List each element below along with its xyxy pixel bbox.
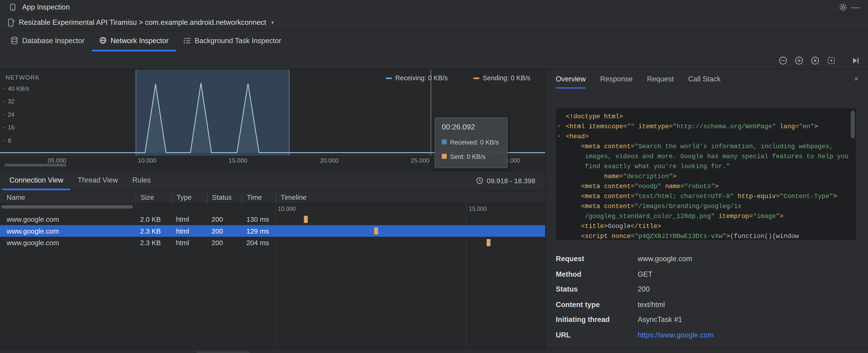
x-axis-tick: 20.000 bbox=[320, 157, 339, 164]
tab-label: Database Inspector bbox=[22, 36, 85, 44]
tool-window-button-problems[interactable]: Problems bbox=[119, 351, 157, 353]
table-row-selected[interactable]: www.google.com 2.3 KB html 200 129 ms bbox=[0, 225, 545, 237]
column-header-time[interactable]: Time bbox=[242, 191, 276, 204]
tab-connection-view[interactable]: Connection View bbox=[2, 171, 70, 190]
table-horizontal-scrollbar[interactable] bbox=[1, 205, 133, 208]
tool-window-button-todo[interactable]: TODO bbox=[87, 351, 117, 353]
detail-row-status: Status 200 bbox=[556, 282, 857, 297]
tool-window-button-services[interactable]: Services bbox=[354, 351, 390, 353]
tab-background-task-inspector[interactable]: Background Task Inspector bbox=[176, 31, 288, 52]
tab-label: Background Task Inspector bbox=[194, 36, 281, 44]
zoom-out-icon[interactable] bbox=[777, 55, 788, 67]
y-axis-tick: 24 bbox=[3, 111, 14, 118]
x-axis-tick: 15.000 bbox=[228, 157, 247, 164]
task-list-icon bbox=[183, 37, 190, 44]
connections-table-body: www.google.com 2.0 KB html 200 130 ms ww… bbox=[0, 214, 545, 248]
inspector-tab-bar: Database Inspector Network Inspector Bac… bbox=[0, 31, 868, 52]
chart-horizontal-scrollbar[interactable] bbox=[4, 164, 66, 166]
code-line: images, videos and more. Google has many… bbox=[566, 152, 848, 162]
cell-size: 2.3 KB bbox=[135, 225, 172, 237]
go-live-skip-end-icon[interactable] bbox=[849, 55, 861, 67]
tool-window-button-app-quality-insights[interactable]: App Quality Insights bbox=[284, 351, 352, 353]
tab-request[interactable]: Request bbox=[647, 70, 674, 89]
table-row[interactable]: www.google.com 2.3 KB html 200 204 ms bbox=[0, 237, 545, 248]
database-icon bbox=[10, 36, 18, 44]
legend-sending-label: Sending: 0 KB/s bbox=[483, 74, 530, 82]
tab-call-stack[interactable]: Call Stack bbox=[688, 70, 721, 89]
cell-status: 200 bbox=[207, 237, 242, 248]
url-link[interactable]: https://www.google.com bbox=[638, 331, 714, 339]
detail-label: URL bbox=[556, 331, 638, 339]
network-timeline-chart[interactable]: NETWORK Receiving: 0 KB/s Sending: 0 KB/… bbox=[0, 70, 545, 167]
tooltip-received: Received: 0 KB/s bbox=[450, 138, 499, 145]
code-line: /googleg_standard_color_128dp.png" itemp… bbox=[566, 211, 848, 221]
cell-name: www.google.com bbox=[0, 225, 135, 237]
table-row[interactable]: www.google.com 2.0 KB html 200 130 ms bbox=[0, 214, 545, 225]
process-selector-bar[interactable]: Resizable Experimental API Tiramisu > co… bbox=[0, 14, 868, 31]
chevron-down-icon[interactable]: ▾ bbox=[271, 19, 274, 25]
device-phone-icon bbox=[7, 18, 15, 27]
tool-window-button-run[interactable]: Run bbox=[62, 351, 85, 353]
title-bar: App Inspection — bbox=[0, 0, 868, 14]
sent-swatch bbox=[442, 154, 446, 159]
detail-value: text/html bbox=[638, 300, 665, 309]
code-line: <head> bbox=[566, 132, 848, 142]
detail-label: Method bbox=[556, 270, 638, 278]
settings-gear-icon[interactable] bbox=[837, 1, 849, 13]
reset-zoom-icon[interactable] bbox=[809, 55, 821, 67]
tool-window-button-logcat[interactable]: Logcat bbox=[252, 351, 282, 353]
network-pane: NETWORK Receiving: 0 KB/s Sending: 0 KB/… bbox=[0, 70, 545, 349]
close-icon[interactable]: × bbox=[851, 73, 861, 84]
zoom-to-selection-icon[interactable] bbox=[825, 55, 837, 67]
cell-time: 130 ms bbox=[242, 214, 276, 225]
zoom-in-icon[interactable] bbox=[793, 55, 805, 67]
response-preview-editor[interactable]: ▾ ▾ <!doctype html><html itemscope="" it… bbox=[556, 108, 856, 240]
y-axis-tick: 8 bbox=[3, 137, 11, 144]
cell-size: 2.3 KB bbox=[135, 237, 172, 248]
tool-window-button-device-explorer[interactable]: Device Explorer bbox=[420, 351, 475, 353]
detail-row-request: Request www.google.com bbox=[556, 251, 857, 266]
column-header-status[interactable]: Status bbox=[207, 191, 242, 204]
column-header-timeline[interactable]: Timeline bbox=[276, 191, 546, 204]
minimize-icon[interactable]: — bbox=[849, 1, 861, 13]
tab-network-inspector[interactable]: Network Inspector bbox=[92, 31, 176, 52]
legend-sending: Sending: 0 KB/s bbox=[473, 74, 530, 82]
detail-value: AsyncTask #1 bbox=[638, 315, 682, 324]
fold-icon[interactable]: ▾ bbox=[557, 132, 560, 142]
x-axis-tick: 10.000 bbox=[138, 157, 156, 164]
tool-window-button-build[interactable]: Build bbox=[392, 351, 417, 353]
column-header-type[interactable]: Type bbox=[172, 191, 207, 204]
tool-window-button-version-control[interactable]: Version Control bbox=[6, 351, 60, 353]
tab-thread-view[interactable]: Thread View bbox=[70, 171, 125, 190]
timeline-activity-tick bbox=[487, 239, 491, 246]
cell-type: html bbox=[172, 237, 207, 248]
connection-detail-panel: Overview Response Request Call Stack × ▾… bbox=[545, 70, 868, 349]
code-line: <html itemscope="" itemtype="http://sche… bbox=[566, 122, 848, 132]
code-line: <title>Google</title> bbox=[566, 221, 848, 231]
tab-database-inspector[interactable]: Database Inspector bbox=[3, 31, 92, 52]
detail-label: Content type bbox=[556, 300, 638, 309]
received-swatch bbox=[442, 139, 446, 144]
tool-window-button-app-inspection[interactable]: App Inspection bbox=[196, 351, 249, 353]
detail-row-url: URL https://www.google.com bbox=[556, 327, 857, 343]
sending-swatch bbox=[473, 77, 479, 79]
cell-status: 200 bbox=[207, 225, 242, 237]
tab-rules[interactable]: Rules bbox=[125, 171, 158, 190]
cell-type: html bbox=[172, 225, 207, 237]
fold-icon[interactable]: ▾ bbox=[557, 122, 560, 132]
tab-response[interactable]: Response bbox=[600, 70, 633, 89]
column-header-name[interactable]: Name bbox=[0, 191, 135, 204]
code-line: <meta content="Search the world's inform… bbox=[566, 142, 848, 152]
chart-title: NETWORK bbox=[6, 74, 40, 81]
editor-scrollbar[interactable] bbox=[851, 110, 855, 138]
tool-window-button-terminal[interactable]: Terminal bbox=[159, 351, 194, 353]
ruler-label: 10.000 bbox=[278, 205, 296, 212]
tooltip-sent: Sent: 0 KB/s bbox=[450, 153, 486, 160]
bottom-bar: Version ControlRunTODOProblemsTerminalAp… bbox=[0, 349, 868, 353]
tab-overview[interactable]: Overview bbox=[556, 70, 586, 89]
chart-tooltip: 00:26.092 Received: 0 KB/s Sent: 0 KB/s bbox=[434, 117, 507, 168]
detail-label: Initiating thread bbox=[556, 315, 638, 324]
chart-hover-line bbox=[431, 70, 431, 156]
cell-status: 200 bbox=[207, 214, 242, 225]
column-header-size[interactable]: Size bbox=[135, 191, 172, 204]
